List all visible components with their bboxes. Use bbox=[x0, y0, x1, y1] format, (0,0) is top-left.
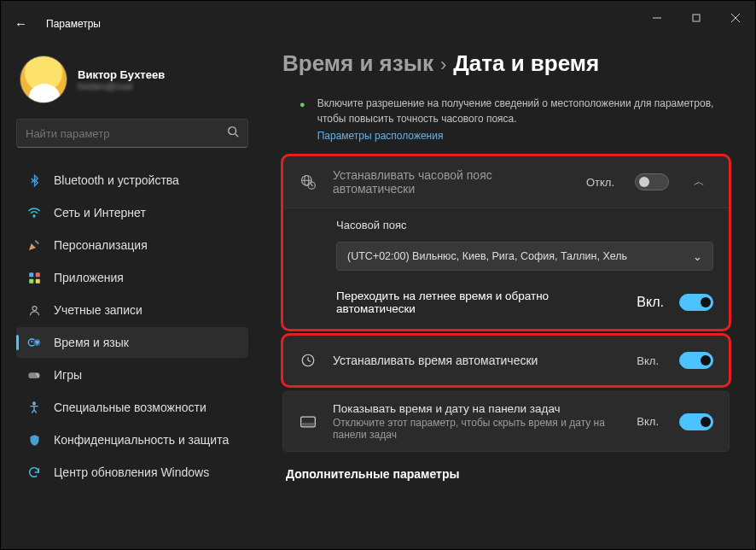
breadcrumb-level1[interactable]: Время и язык bbox=[282, 50, 433, 77]
taskbar-clock-toggle[interactable] bbox=[679, 413, 713, 430]
sidebar-item-label: Персонализация bbox=[54, 238, 148, 252]
sidebar-item-pers[interactable]: Персонализация bbox=[16, 230, 248, 260]
svg-point-19 bbox=[36, 373, 38, 375]
taskbar-clock-state: Вкл. bbox=[637, 415, 659, 428]
location-settings-link[interactable]: Параметры расположения bbox=[317, 128, 444, 143]
search-input[interactable] bbox=[26, 127, 227, 140]
card-auto-time: Устанавливать время автоматически Вкл. bbox=[282, 335, 730, 386]
search-icon bbox=[227, 126, 239, 141]
profile-block[interactable]: Виктор Бухтеев hidden@mail bbox=[20, 56, 248, 103]
sidebar-item-label: Время и язык bbox=[54, 336, 129, 349]
sidebar-item-label: Конфиденциальность и защита bbox=[54, 433, 229, 447]
chevron-down-icon: ⌄ bbox=[693, 250, 702, 263]
chevron-up-icon[interactable]: ︿ bbox=[684, 174, 713, 190]
svg-text:字: 字 bbox=[35, 340, 39, 345]
profile-name: Виктор Бухтеев bbox=[78, 68, 165, 81]
sidebar-item-label: Приложения bbox=[54, 271, 124, 284]
svg-point-13 bbox=[32, 306, 37, 310]
location-info-banner: ● Включите разрешение на получение сведе… bbox=[282, 96, 730, 155]
globe-timezone-icon bbox=[299, 173, 317, 190]
svg-rect-10 bbox=[35, 272, 39, 277]
app-title: Параметры bbox=[46, 18, 101, 30]
game-icon bbox=[26, 368, 42, 382]
titlebar: ← Параметры bbox=[1, 1, 755, 35]
svg-rect-1 bbox=[693, 15, 700, 21]
back-button[interactable]: ← bbox=[15, 16, 27, 31]
breadcrumb-level2: Дата и время bbox=[453, 50, 599, 77]
breadcrumb: Время и язык › Дата и время bbox=[282, 50, 730, 77]
row-auto-timezone[interactable]: Устанавливать часовой пояс автоматически… bbox=[283, 156, 729, 208]
auto-time-toggle[interactable] bbox=[679, 352, 713, 369]
sidebar: Виктор Бухтеев hidden@mail Bluetooth и у… bbox=[1, 35, 257, 549]
pers-icon bbox=[26, 238, 42, 252]
svg-point-4 bbox=[229, 127, 236, 135]
search-box[interactable] bbox=[16, 119, 248, 148]
sidebar-item-label: Учетные записи bbox=[54, 303, 142, 317]
timezone-subpanel: Часовой пояс (UTC+02:00) Вильнюс, Киев, … bbox=[283, 208, 729, 329]
avatar bbox=[20, 56, 67, 103]
svg-rect-32 bbox=[302, 423, 313, 425]
row-taskbar-clock[interactable]: Показывать время и дату на панели задач … bbox=[283, 392, 729, 451]
time-icon: 字 bbox=[26, 336, 42, 349]
dst-state: Вкл. bbox=[637, 295, 664, 310]
timezone-select[interactable]: (UTC+02:00) Вильнюс, Киев, Рига, София, … bbox=[336, 242, 713, 271]
sidebar-item-label: Игры bbox=[54, 368, 82, 382]
sidebar-item-wifi[interactable]: Сеть и Интернет bbox=[16, 197, 248, 228]
apps-icon bbox=[26, 272, 42, 284]
timezone-heading: Часовой пояс bbox=[283, 208, 729, 235]
sidebar-item-apps[interactable]: Приложения bbox=[16, 262, 248, 293]
card-auto-timezone: Устанавливать часовой пояс автоматически… bbox=[282, 155, 730, 330]
svg-rect-9 bbox=[29, 272, 33, 277]
taskbar-clock-sub: Отключите этот параметр, чтобы скрыть вр… bbox=[333, 417, 621, 441]
clock-icon bbox=[299, 353, 317, 368]
svg-point-8 bbox=[33, 215, 35, 217]
row-auto-time[interactable]: Устанавливать время автоматически Вкл. bbox=[283, 336, 729, 385]
nav-list: Bluetooth и устройстваСеть и ИнтернетПер… bbox=[16, 165, 248, 488]
auto-timezone-toggle[interactable] bbox=[635, 173, 669, 190]
svg-point-21 bbox=[33, 402, 36, 405]
svg-line-5 bbox=[236, 134, 239, 138]
wifi-icon bbox=[26, 206, 42, 219]
breadcrumb-sep: › bbox=[440, 54, 446, 76]
upd-icon bbox=[26, 465, 42, 479]
close-button[interactable] bbox=[716, 4, 755, 32]
dst-label: Переходить на летнее время и обратно авт… bbox=[336, 290, 621, 315]
auto-time-state: Вкл. bbox=[637, 354, 659, 367]
acc-icon bbox=[26, 401, 42, 414]
auto-time-label: Устанавливать время автоматически bbox=[333, 354, 621, 367]
svg-line-30 bbox=[308, 360, 311, 362]
additional-params-heading: Дополнительные параметры bbox=[286, 467, 730, 481]
sidebar-item-label: Специальные возможности bbox=[54, 401, 206, 414]
sidebar-item-upd[interactable]: Центр обновления Windows bbox=[16, 457, 248, 488]
settings-window: ← Параметры Виктор Бухтеев hidden@mail B… bbox=[0, 0, 756, 550]
info-icon: ● bbox=[299, 99, 305, 109]
taskbar-clock-label: Показывать время и дату на панели задач bbox=[333, 402, 621, 415]
sidebar-item-label: Центр обновления Windows bbox=[54, 465, 209, 479]
card-taskbar-clock: Показывать время и дату на панели задач … bbox=[282, 391, 730, 452]
auto-timezone-label: Устанавливать часовой пояс автоматически bbox=[333, 168, 571, 196]
sec-icon bbox=[26, 434, 42, 447]
svg-rect-12 bbox=[35, 278, 39, 283]
bt-icon bbox=[26, 174, 42, 187]
svg-rect-11 bbox=[29, 278, 33, 283]
sidebar-item-acct[interactable]: Учетные записи bbox=[16, 295, 248, 325]
sidebar-item-game[interactable]: Игры bbox=[16, 360, 248, 390]
sidebar-item-acc[interactable]: Специальные возможности bbox=[16, 392, 248, 423]
svg-line-27 bbox=[311, 185, 313, 186]
sidebar-item-label: Bluetooth и устройства bbox=[54, 173, 179, 187]
maximize-button[interactable] bbox=[677, 4, 716, 32]
minimize-button[interactable] bbox=[637, 4, 677, 32]
dst-toggle[interactable] bbox=[679, 294, 713, 311]
auto-timezone-state: Откл. bbox=[586, 176, 614, 189]
sidebar-item-bt[interactable]: Bluetooth и устройства bbox=[16, 165, 248, 196]
sidebar-item-sec[interactable]: Конфиденциальность и защита bbox=[16, 424, 248, 455]
profile-email: hidden@mail bbox=[78, 81, 165, 91]
acct-icon bbox=[26, 304, 42, 317]
timezone-value: (UTC+02:00) Вильнюс, Киев, Рига, София, … bbox=[347, 250, 627, 262]
sidebar-item-time[interactable]: 字Время и язык bbox=[16, 327, 248, 358]
main-content: Время и язык › Дата и время ● Включите р… bbox=[257, 35, 755, 549]
info-text: Включите разрешение на получение сведени… bbox=[317, 97, 714, 125]
taskbar-icon bbox=[299, 413, 317, 430]
sidebar-item-label: Сеть и Интернет bbox=[54, 206, 146, 219]
row-dst: Переходить на летнее время и обратно авт… bbox=[283, 283, 729, 329]
